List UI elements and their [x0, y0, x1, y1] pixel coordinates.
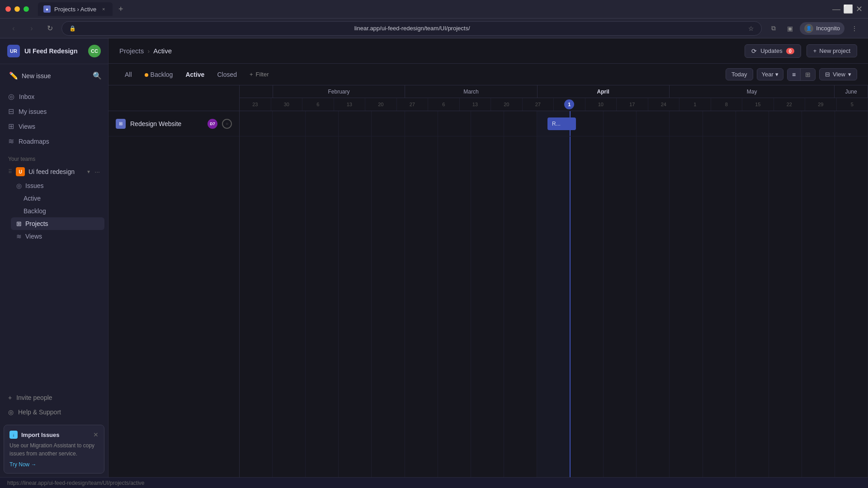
- window-restore-icon[interactable]: ⬜: [843, 4, 853, 14]
- filter-bar: All Backlog Active Closed + Filter Today…: [108, 64, 868, 85]
- new-issue-button[interactable]: ✏️ New issue: [4, 68, 88, 84]
- workspace-name: UI Feed Redesign: [24, 47, 77, 55]
- week-feb-27: 27: [397, 98, 429, 111]
- sidebar-item-issues[interactable]: ◎ Issues: [11, 179, 104, 192]
- window-minimize-icon[interactable]: —: [832, 5, 840, 14]
- sidebar-item-roadmaps[interactable]: ≋ Roadmaps: [4, 134, 104, 149]
- week-mar-27: 27: [523, 98, 554, 111]
- view-label: View: [833, 71, 845, 78]
- gantt-label-column-header: [108, 85, 240, 111]
- tab-close-button[interactable]: ×: [100, 5, 107, 13]
- project-avatars: D7: [208, 119, 217, 129]
- roadmaps-label: Roadmaps: [19, 138, 49, 145]
- gantt-bar-label: R...: [552, 121, 561, 127]
- team-header[interactable]: ⠿ U Ui feed redesign ▾ ···: [4, 164, 104, 179]
- filter-tab-backlog[interactable]: Backlog: [139, 69, 179, 80]
- invite-people-button[interactable]: + Invite people: [4, 390, 104, 405]
- sidebar-item-views[interactable]: ⊞ Views: [4, 119, 104, 134]
- filter-tabs: All Backlog Active Closed + Filter: [119, 69, 274, 80]
- my-issues-icon: ⊟: [8, 107, 14, 116]
- updates-label: Updates: [760, 47, 782, 54]
- sidebar-item-my-issues[interactable]: ⊟ My issues: [4, 104, 104, 119]
- grid-col-8: [471, 111, 504, 477]
- workspace-avatar: UR: [7, 45, 20, 57]
- view-options-button[interactable]: ⊟ View ▾: [819, 68, 857, 80]
- chrome-menu-icon[interactable]: ⋮: [848, 22, 861, 35]
- grid-col-13: [637, 111, 670, 477]
- month-row: February March April May June: [240, 85, 868, 98]
- import-cta-link[interactable]: Try Now →: [9, 461, 99, 468]
- breadcrumb-separator: ›: [147, 47, 150, 55]
- view-toggle: ≡ ⊞: [787, 68, 816, 81]
- team-sub-items: ◎ Issues Active Backlog ⊞ Projects ≋: [4, 179, 104, 243]
- window-close-icon[interactable]: ✕: [856, 4, 863, 14]
- sidebar-item-team-views[interactable]: ≋ Views: [11, 230, 104, 243]
- sidebar-item-active[interactable]: Active: [18, 192, 104, 205]
- app: UR UI Feed Redesign CC ✏️ New issue 🔍 ◎ …: [0, 38, 868, 477]
- gantt-project-list: ⊞ Redesign Website D7 ○: [108, 111, 240, 477]
- search-button[interactable]: 🔍: [90, 69, 104, 83]
- list-view-toggle[interactable]: ≡: [788, 69, 801, 80]
- filter-tab-active[interactable]: Active: [180, 69, 210, 80]
- back-button[interactable]: ‹: [7, 22, 20, 35]
- filter-tab-all[interactable]: All: [119, 69, 137, 80]
- week-apr-1-today: 1: [554, 98, 585, 111]
- team-drag-icon: ⠿: [8, 169, 12, 175]
- main-header-actions: ⟳ Updates 0 + New project: [745, 44, 857, 58]
- team-more-icon[interactable]: ···: [94, 168, 100, 175]
- new-issue-label: New issue: [22, 72, 51, 80]
- close-button[interactable]: [5, 6, 11, 12]
- minimize-button[interactable]: [14, 6, 20, 12]
- main-header: Projects › Active ⟳ Updates 0 + New proj…: [108, 38, 868, 64]
- bookmark-icon[interactable]: ☆: [748, 25, 754, 32]
- updates-icon: ⟳: [751, 47, 757, 55]
- new-tab-button[interactable]: +: [114, 3, 127, 15]
- sidebar-toggle-icon[interactable]: ▣: [783, 22, 796, 35]
- grid-view-toggle[interactable]: ⊞: [801, 69, 815, 80]
- sidebar-item-projects[interactable]: ⊞ Projects: [11, 217, 104, 230]
- sidebar-item-backlog[interactable]: Backlog: [18, 205, 104, 217]
- week-feb-13: 13: [334, 98, 366, 111]
- month-may: May: [670, 85, 835, 98]
- week-apr-24: 24: [648, 98, 680, 111]
- today-button[interactable]: Today: [726, 68, 753, 80]
- year-selector[interactable]: Year ▾: [757, 68, 783, 80]
- views-label: Views: [19, 123, 35, 130]
- projects-label: Projects: [25, 220, 48, 227]
- week-may-29: 29: [805, 98, 837, 111]
- breadcrumb-projects-link[interactable]: Projects: [119, 47, 144, 55]
- sidebar-item-inbox[interactable]: ◎ Inbox: [4, 89, 104, 104]
- add-filter-button[interactable]: + Filter: [244, 69, 274, 80]
- month-jan-partial: [240, 85, 273, 98]
- help-support-button[interactable]: ◎ Help & Support: [4, 405, 104, 419]
- refresh-button[interactable]: ↻: [43, 22, 56, 35]
- import-card-header: ↓ Import Issues ✕: [9, 431, 99, 439]
- tab-bar: ● Projects › Active × +: [34, 1, 131, 17]
- updates-button[interactable]: ⟳ Updates 0: [745, 44, 801, 58]
- active-tab[interactable]: ● Projects › Active ×: [38, 2, 113, 16]
- maximize-button[interactable]: [24, 6, 29, 12]
- workspace-initials: UR: [10, 48, 17, 54]
- filter-tab-closed[interactable]: Closed: [212, 69, 242, 80]
- new-project-button[interactable]: + New project: [807, 44, 857, 57]
- browser-titlebar: ● Projects › Active × + — ⬜ ✕: [0, 0, 868, 18]
- new-project-icon: +: [813, 47, 817, 54]
- address-bar[interactable]: 🔒 linear.app/ui-feed-redesign/team/UI/pr…: [61, 21, 762, 36]
- incognito-badge[interactable]: 👤 Incognito: [800, 22, 844, 35]
- sidebar: UR UI Feed Redesign CC ✏️ New issue 🔍 ◎ …: [0, 38, 108, 477]
- table-row[interactable]: ⊞ Redesign Website D7 ○: [108, 111, 239, 136]
- inbox-label: Inbox: [19, 93, 34, 100]
- new-project-label: New project: [819, 47, 850, 54]
- view-icon: ⊟: [825, 71, 830, 78]
- backlog-dot: [145, 73, 148, 77]
- breadcrumb: Projects › Active: [119, 47, 172, 55]
- import-close-button[interactable]: ✕: [93, 431, 99, 438]
- gantt-chart-area: R...: [240, 111, 868, 477]
- gantt-bar-redesign-website[interactable]: R...: [547, 117, 576, 130]
- help-icon: ◎: [8, 408, 14, 416]
- grid-col-12: [604, 111, 637, 477]
- extensions-icon[interactable]: ⧉: [767, 22, 780, 35]
- forward-button[interactable]: ›: [25, 22, 38, 35]
- status-bar: https://linear.app/ui-feed-redesign/team…: [0, 477, 868, 488]
- user-avatar[interactable]: CC: [88, 45, 101, 57]
